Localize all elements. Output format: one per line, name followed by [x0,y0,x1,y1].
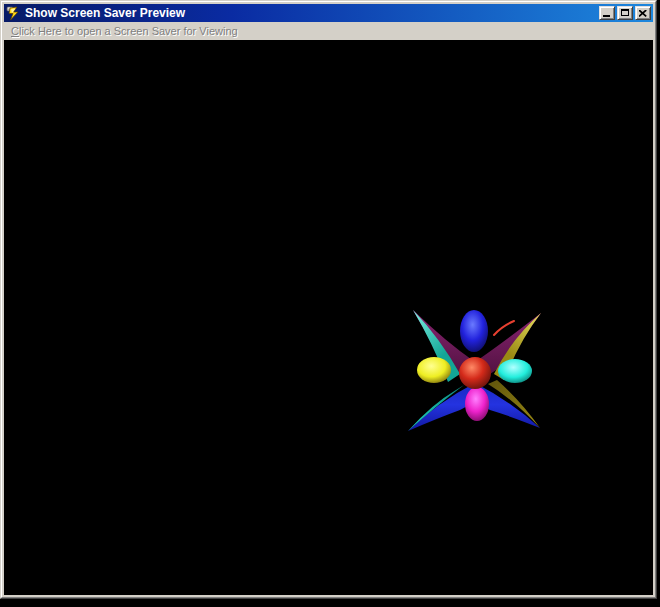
center-sphere-red [459,357,491,389]
menu-item-label: lick Here to open a Screen Saver for Vie… [19,25,238,37]
titlebar-buttons [599,6,651,20]
bulb-top-blue [460,310,488,352]
lightning-bolt-app-icon [6,6,21,21]
menu-item-open-screensaver[interactable]: Click Here to open a Screen Saver for Vi… [5,23,244,39]
ridge-red-highlight [494,321,514,335]
menu-accelerator: C [11,25,19,37]
bulb-left-yellow [417,357,451,383]
close-button[interactable] [635,6,651,20]
minimize-button[interactable] [599,6,615,20]
close-icon [639,10,647,17]
screen-saver-preview-window: Show Screen Saver Preview Click Here to … [0,0,657,599]
menubar: Click Here to open a Screen Saver for Vi… [4,22,653,40]
window-inner-frame: Show Screen Saver Preview Click Here to … [1,1,656,598]
flower-box-object [398,298,558,448]
titlebar[interactable]: Show Screen Saver Preview [4,4,653,22]
maximize-button[interactable] [617,6,633,20]
screensaver-preview-area [4,40,653,595]
bulb-right-cyan [498,359,532,383]
maximize-icon [621,9,629,16]
minimize-icon [603,15,610,17]
bulb-bottom-magenta [465,387,489,421]
window-title: Show Screen Saver Preview [24,4,596,22]
